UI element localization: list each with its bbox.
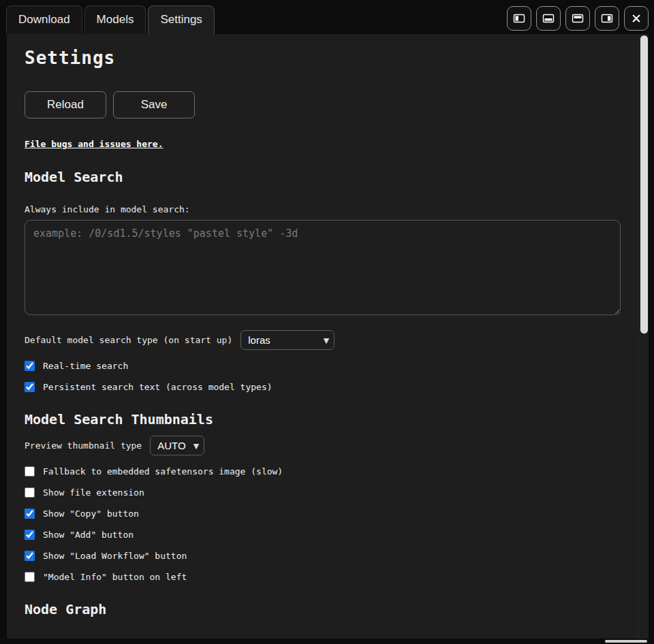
checkbox-label: "Model Info" button on left [43,572,187,582]
tab-models[interactable]: Models [84,5,146,34]
preview-thumbnail-type-select[interactable]: AUTO [150,436,204,455]
show-add-button-checkbox[interactable] [25,530,35,540]
preview-thumbnail-type-row: Preview thumbnail type AUTO ▼ [25,436,621,455]
app-window: Download Models Settings [0,0,654,644]
checkbox-row-show-add-button[interactable]: Show "Add" button [25,530,621,540]
settings-actions: Reload Save [25,91,621,118]
tab-settings[interactable]: Settings [148,5,214,34]
default-search-type-row: Default model search type (on start up) … [25,330,621,350]
vertical-scrollbar[interactable] [638,34,649,639]
persistent-search-text-checkbox[interactable] [25,382,35,392]
checkbox-label: Real-time search [43,361,128,371]
dock-left-button[interactable] [507,6,531,31]
section-heading-model-search: Model Search [25,169,621,185]
checkbox-row-model-info-button-left[interactable]: "Model Info" button on left [25,572,621,582]
model-info-button-left-checkbox[interactable] [25,572,35,582]
checkbox-row-show-copy-button[interactable]: Show "Copy" button [25,509,621,519]
close-button[interactable]: ✕ [624,6,649,31]
file-bugs-link[interactable]: File bugs and issues here. [25,139,164,149]
checkbox-label: Show "Add" button [43,530,134,540]
preview-thumbnail-type-label: Preview thumbnail type [25,440,142,451]
dock-right-icon [600,12,614,25]
realtime-search-checkbox[interactable] [25,361,35,371]
model-search-checkboxes: Real-time search Persistent search text … [25,361,621,392]
page-title: Settings [25,48,621,69]
dock-top-button[interactable] [565,6,590,31]
reload-button[interactable]: Reload [25,91,106,118]
checkbox-label: Show "Load Workflow" button [43,551,187,561]
save-button[interactable]: Save [113,91,195,118]
dock-left-icon [512,12,526,25]
preview-thumbnail-type-select-wrap: AUTO ▼ [150,436,204,455]
section-heading-node-graph: Node Graph [25,601,621,617]
dock-bottom-icon [542,12,555,25]
checkbox-row-show-file-extension[interactable]: Show file extension [25,487,621,498]
fallback-safetensors-checkbox[interactable] [25,466,35,477]
window-controls: ✕ [507,6,649,34]
checkbox-row-fallback-safetensors[interactable]: Fallback to embedded safetensors image (… [25,466,621,477]
horizontal-scrollbar-thumb[interactable] [605,640,647,643]
checkbox-label: Fallback to embedded safetensors image (… [43,466,283,477]
tab-bar: Download Models Settings [0,0,654,34]
default-search-type-label: Default model search type (on start up) [25,335,232,345]
always-include-label: Always include in model search: [25,204,621,214]
tab-download[interactable]: Download [6,5,82,34]
checkbox-row-realtime-search[interactable]: Real-time search [25,361,621,371]
thumbnail-checkboxes: Fallback to embedded safetensors image (… [25,466,621,582]
always-include-textarea[interactable] [25,220,621,315]
tab-list: Download Models Settings [6,5,215,34]
checkbox-row-persistent-search-text[interactable]: Persistent search text (across model typ… [25,382,621,392]
close-icon: ✕ [631,12,642,25]
checkbox-row-show-load-workflow-button[interactable]: Show "Load Workflow" button [25,551,621,561]
dock-top-icon [571,12,585,25]
default-search-type-select[interactable]: loras [240,330,334,350]
checkbox-label: Persistent search text (across model typ… [43,382,272,392]
default-search-type-select-wrap: loras ▼ [240,330,334,350]
dock-right-button[interactable] [595,6,619,31]
show-copy-button-checkbox[interactable] [25,509,35,519]
section-heading-thumbnails: Model Search Thumbnails [25,411,621,428]
show-load-workflow-button-checkbox[interactable] [25,551,35,561]
settings-panel: Settings Reload Save File bugs and issue… [7,34,649,639]
show-file-extension-checkbox[interactable] [25,487,35,498]
dock-bottom-button[interactable] [536,6,561,31]
checkbox-label: Show "Copy" button [43,509,139,519]
vertical-scrollbar-thumb[interactable] [640,35,648,334]
settings-content: Settings Reload Save File bugs and issue… [7,34,638,639]
checkbox-label: Show file extension [43,487,144,498]
